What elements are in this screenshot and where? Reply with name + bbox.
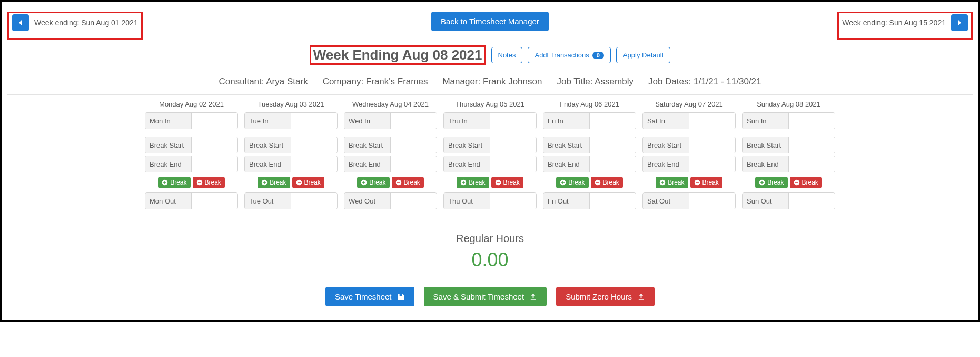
add-break-button[interactable]: Break <box>258 177 290 188</box>
plus-circle-icon <box>361 179 367 186</box>
add-break-button[interactable]: Break <box>457 177 489 188</box>
break-end-row: Break End <box>344 156 437 172</box>
apply-default-button[interactable]: Apply Default <box>616 47 670 63</box>
time-in-input[interactable] <box>590 113 636 129</box>
notes-button[interactable]: Notes <box>491 47 523 63</box>
time-out-input[interactable] <box>689 193 735 209</box>
break-buttons: BreakBreak <box>357 177 424 188</box>
add-break-button[interactable]: Break <box>656 177 688 188</box>
break-end-input[interactable] <box>590 156 636 172</box>
remove-break-button[interactable]: Break <box>193 177 225 188</box>
next-week-block: Week ending: Sun Aug 15 2021 <box>837 12 973 40</box>
time-in-input[interactable] <box>391 113 437 129</box>
time-in-input[interactable] <box>689 113 735 129</box>
save-timesheet-button[interactable]: Save Timesheet <box>325 287 414 306</box>
svg-rect-32 <box>760 182 764 183</box>
time-in-input[interactable] <box>789 113 835 129</box>
add-break-button[interactable]: Break <box>556 177 588 188</box>
time-in-row: Wed In <box>344 112 437 129</box>
break-end-input[interactable] <box>789 156 835 172</box>
day-column: Friday Aug 06 2021Fri InBreak StartBreak… <box>543 100 636 211</box>
time-in-label: Sat In <box>643 113 689 129</box>
break-buttons: BreakBreak <box>457 177 523 188</box>
prev-week-label: Week ending: Sun Aug 01 2021 <box>34 18 138 27</box>
job-dates-info: Job Dates: 1/1/21 - 11/30/21 <box>648 76 761 87</box>
svg-rect-2 <box>163 182 166 183</box>
time-out-input[interactable] <box>291 193 337 209</box>
time-out-input[interactable] <box>391 193 437 209</box>
break-start-label: Break Start <box>444 137 490 153</box>
break-start-input[interactable] <box>391 137 437 153</box>
break-end-input[interactable] <box>192 156 237 172</box>
time-in-input[interactable] <box>192 113 237 129</box>
svg-rect-17 <box>462 182 465 183</box>
plus-circle-icon <box>659 179 666 186</box>
break-start-input[interactable] <box>689 137 735 153</box>
day-column: Tuesday Aug 03 2021Tue InBreak StartBrea… <box>244 100 338 211</box>
remove-break-button[interactable]: Break <box>690 177 722 188</box>
break-end-row: Break End <box>244 156 338 172</box>
break-end-input[interactable] <box>391 156 437 172</box>
svg-rect-22 <box>561 182 565 183</box>
break-start-row: Break Start <box>543 137 636 153</box>
prev-week-button[interactable] <box>12 14 29 31</box>
job-title-info: Job Title: Assembly <box>557 76 633 87</box>
remove-break-button[interactable]: Break <box>392 177 424 188</box>
time-in-row: Tue In <box>244 112 338 129</box>
svg-rect-9 <box>298 182 301 183</box>
break-start-row: Break Start <box>244 137 338 153</box>
submit-zero-button[interactable]: Submit Zero Hours <box>556 287 655 306</box>
time-out-label: Wed Out <box>344 193 391 209</box>
break-end-input[interactable] <box>490 156 536 172</box>
addl-transactions-count: 0 <box>592 52 604 59</box>
remove-break-button[interactable]: Break <box>292 177 324 188</box>
plus-circle-icon <box>460 179 467 186</box>
back-to-manager-button[interactable]: Back to Timesheet Manager <box>431 12 549 31</box>
week-nav-row: Week ending: Sun Aug 01 2021 Back to Tim… <box>7 12 973 40</box>
remove-break-button[interactable]: Break <box>591 177 623 188</box>
time-out-input[interactable] <box>192 193 237 209</box>
break-end-input[interactable] <box>689 156 735 172</box>
regular-hours-value: 0.00 <box>7 249 973 271</box>
time-out-row: Tue Out <box>244 192 338 209</box>
time-out-label: Fri Out <box>543 193 590 209</box>
break-start-input[interactable] <box>590 137 636 153</box>
plus-circle-icon <box>759 179 765 186</box>
svg-rect-7 <box>263 182 266 183</box>
day-header: Sunday Aug 08 2021 <box>757 100 820 108</box>
time-in-row: Sat In <box>642 112 736 129</box>
break-start-input[interactable] <box>789 137 835 153</box>
day-column: Sunday Aug 08 2021Sun InBreak StartBreak… <box>742 100 835 211</box>
break-start-row: Break Start <box>344 137 437 153</box>
break-end-label: Break End <box>543 156 590 172</box>
break-buttons: BreakBreak <box>656 177 722 188</box>
time-in-label: Mon In <box>145 113 192 129</box>
time-out-input[interactable] <box>789 193 835 209</box>
add-break-button[interactable]: Break <box>357 177 389 188</box>
next-week-button[interactable] <box>951 14 968 31</box>
time-in-input[interactable] <box>291 113 337 129</box>
remove-break-button[interactable]: Break <box>790 177 822 188</box>
break-end-input[interactable] <box>291 156 337 172</box>
time-in-input[interactable] <box>490 113 536 129</box>
time-in-row: Thu In <box>443 112 537 129</box>
svg-rect-12 <box>362 182 365 183</box>
manager-info: Manager: Frank Johnson <box>442 76 542 87</box>
chevron-right-icon <box>957 19 962 26</box>
break-end-row: Break End <box>543 156 636 172</box>
time-in-row: Fri In <box>543 112 636 129</box>
break-start-input[interactable] <box>490 137 536 153</box>
save-submit-button[interactable]: Save & Submit Timesheet <box>424 287 547 306</box>
break-start-input[interactable] <box>291 137 337 153</box>
day-grid: Monday Aug 02 2021Mon InBreak StartBreak… <box>7 100 973 211</box>
time-out-input[interactable] <box>490 193 536 209</box>
add-break-button[interactable]: Break <box>755 177 787 188</box>
break-start-input[interactable] <box>192 137 237 153</box>
break-end-label: Break End <box>145 156 192 172</box>
break-end-row: Break End <box>145 156 238 172</box>
remove-break-button[interactable]: Break <box>491 177 523 188</box>
add-break-button[interactable]: Break <box>158 177 190 188</box>
title-row: Week Ending Aug 08 2021 Notes Addl Trans… <box>7 45 973 65</box>
time-out-input[interactable] <box>590 193 636 209</box>
addl-transactions-button[interactable]: Addl Transactions 0 <box>528 47 610 63</box>
